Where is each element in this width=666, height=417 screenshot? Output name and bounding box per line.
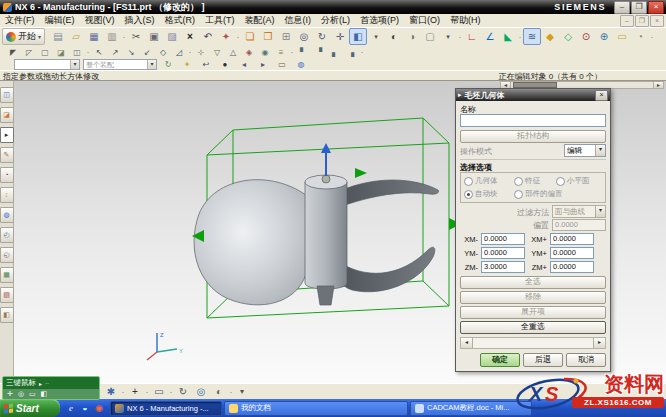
back-button[interactable]: 后退 — [523, 353, 563, 367]
shaded-window-icon[interactable]: ◧ — [41, 390, 48, 398]
watermark-url: ZL.XS1616.COM — [572, 397, 664, 408]
scroll-right-icon[interactable]: ▸ — [653, 82, 663, 88]
start-label: Start — [16, 403, 39, 414]
radio-geometry[interactable]: 几何体 — [464, 176, 514, 186]
radio-auto-block[interactable]: 自动块 — [464, 189, 514, 199]
pager-right-icon[interactable]: ▸ — [593, 338, 605, 348]
field-input-xm-minus[interactable]: 0.0000 — [481, 233, 525, 245]
hub-point — [322, 175, 330, 183]
dialog-close-icon[interactable]: × — [595, 90, 608, 101]
reselect-all-button[interactable]: 全重选 — [460, 321, 606, 334]
taskbar-task-nx[interactable]: NX 6 - Manufacturing -... — [110, 401, 222, 416]
dialog-body: 名称 拓扑结构 操作模式 编辑 ▾ 选择选项 几何体 特征 小平面 自动块 部件… — [456, 101, 610, 371]
watermark-logo-s: S — [545, 383, 559, 405]
hub-tab — [317, 286, 334, 305]
dialog-pager: ◂ ▸ — [460, 337, 606, 349]
pager-left-icon[interactable]: ◂ — [461, 338, 473, 348]
topology-button[interactable]: 拓扑结构 — [460, 130, 606, 143]
mode-combo[interactable]: 编辑 ▾ — [564, 144, 606, 157]
wcs-triad: Z Y — [147, 332, 183, 360]
task-label: 我的文档 — [241, 403, 271, 413]
filter-method-label: 过滤方法 — [517, 207, 549, 216]
zoom-glass-icon[interactable]: ◎ — [18, 390, 24, 398]
field-label-zm-minus: ZM- — [460, 263, 478, 272]
radio-icon — [514, 190, 523, 199]
pan-hand-icon[interactable]: ✛ — [7, 390, 13, 398]
z-axis-drag-handle[interactable] — [321, 143, 331, 176]
site-watermark: X S 资料网 ZL.XS1616.COM — [512, 372, 664, 416]
remove-button[interactable]: 移除 — [460, 291, 606, 304]
windows-logo-icon — [4, 403, 13, 413]
view-flower-icon[interactable]: ✱ — [102, 383, 120, 400]
radio-feature-label: 特征 — [525, 176, 540, 186]
dots-icon: ·· — [45, 380, 49, 386]
field-input-xm-plus[interactable]: 0.0000 — [550, 233, 594, 245]
nx-task-icon — [115, 404, 124, 413]
selection-options-group: 几何体 特征 小平面 自动块 部件的偏置 — [460, 172, 606, 203]
model-blank-body[interactable] — [194, 175, 439, 305]
radio-part-offset[interactable]: 部件的偏置 — [514, 189, 563, 199]
offset-input[interactable]: 0.0000 — [552, 219, 606, 231]
mode-value: 编辑 — [565, 146, 595, 156]
media-icon[interactable]: ◉ — [93, 402, 105, 414]
document-icon — [415, 404, 424, 413]
zoom-in-out-icon[interactable]: + — [126, 383, 144, 400]
offset-label: 偏置 — [533, 220, 549, 229]
examine-icon[interactable]: ◎ — [192, 383, 210, 400]
chevron-down-icon: ▾ — [595, 206, 605, 217]
block-offset-grid: XM- 0.0000 XM+ 0.0000 YM- 0.0000 YM+ 0.0… — [460, 233, 606, 273]
radio-auto-block-label: 自动块 — [475, 189, 498, 199]
dialog-title: 毛坯几何体 — [465, 90, 595, 101]
radio-facet[interactable]: 小平面 — [556, 176, 590, 186]
field-input-ym-plus[interactable]: 0.0000 — [550, 247, 594, 259]
task-label: NX 6 - Manufacturing -... — [127, 404, 209, 413]
task-label: CADCAM教程.doc - Mi... — [427, 403, 510, 413]
blade-upper-right — [338, 180, 439, 205]
select-all-button[interactable]: 全选 — [460, 276, 606, 289]
radio-feature[interactable]: 特征 — [514, 176, 556, 186]
watermark-name: 资料网 — [604, 373, 664, 395]
axis-z-label: Z — [160, 332, 164, 338]
dialog-footer: 确定 后退 取消 — [460, 353, 606, 367]
mode-label: 操作模式 — [460, 146, 492, 155]
filter-method-combo[interactable]: 面与曲线 ▾ — [552, 205, 606, 218]
rectangle-zoom-icon[interactable]: ▭ — [150, 383, 168, 400]
more-views-icon[interactable]: ▾ — [234, 385, 250, 399]
cancel-button[interactable]: 取消 — [566, 353, 606, 367]
quick-launch: e ◒ ◉ — [65, 402, 105, 414]
chevron-down-icon: ▾ — [595, 145, 605, 156]
radio-icon — [464, 177, 473, 186]
dialog-titlebar[interactable]: ▸ 毛坯几何体 × — [456, 89, 610, 101]
mouse-tip-label: 三键鼠标 — [6, 378, 36, 388]
selection-options-label: 选择选项 — [460, 159, 606, 172]
radio-selected-icon — [464, 190, 473, 199]
watermark-logo-x: X — [528, 383, 544, 405]
name-label: 名称 — [460, 104, 606, 113]
rotate-icon[interactable]: ↻ — [174, 383, 192, 400]
name-input[interactable] — [460, 114, 606, 127]
field-label-ym-minus: YM- — [460, 249, 478, 258]
ok-button[interactable]: 确定 — [480, 353, 520, 367]
start-button[interactable]: Start — [0, 399, 60, 417]
taskbar-task-documents[interactable]: 我的文档 — [224, 401, 408, 416]
dialog-pointer-icon: ▸ — [458, 91, 462, 99]
field-input-ym-minus[interactable]: 0.0000 — [481, 247, 525, 259]
window-icon[interactable]: ▭ — [29, 390, 36, 398]
folder-icon — [229, 404, 238, 413]
field-label-zm-plus: ZM+ — [528, 263, 547, 272]
mouse-mode-tooltip: 三键鼠标 ▸ ·· ✛ ◎ ▭ ◧ — [2, 376, 100, 400]
watermark-logo: X S — [512, 374, 590, 414]
perspective-sphere-icon[interactable]: ◐ — [210, 383, 228, 400]
desktop-icon[interactable]: ◒ — [79, 402, 91, 414]
radio-facet-label: 小平面 — [567, 176, 590, 186]
field-input-zm-minus[interactable]: 3.0000 — [481, 261, 525, 273]
expand-item-button[interactable]: 展开项 — [460, 306, 606, 319]
radio-part-offset-label: 部件的偏置 — [525, 189, 563, 199]
axis-y-label: Y — [179, 348, 183, 354]
radio-icon — [556, 177, 565, 186]
browser-icon[interactable]: e — [65, 402, 77, 414]
handle-top — [355, 168, 367, 178]
field-input-zm-plus[interactable]: 0.0000 — [550, 261, 594, 273]
hub-body — [305, 182, 347, 289]
field-label-xm-minus: XM- — [460, 235, 478, 244]
